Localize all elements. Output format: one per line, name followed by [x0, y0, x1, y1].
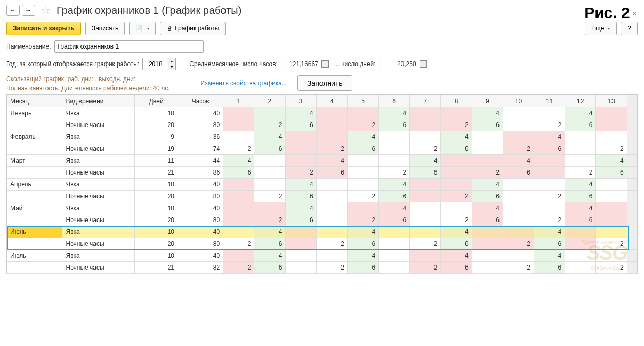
day-cell[interactable] — [472, 143, 503, 155]
day-cell[interactable] — [316, 250, 347, 262]
scrollbar[interactable] — [627, 250, 637, 262]
calc-icon[interactable] — [420, 60, 427, 68]
day-cell[interactable]: 4 — [223, 155, 254, 167]
day-cell[interactable] — [316, 107, 347, 119]
day-cell[interactable] — [596, 250, 627, 262]
time-type-cell[interactable]: Явка — [62, 226, 135, 238]
summary-cell[interactable]: 10 — [135, 107, 178, 119]
day-cell[interactable]: 2 — [534, 191, 565, 202]
day-cell[interactable]: 2 — [223, 238, 254, 250]
avg-hours-field[interactable]: 121,16667 — [281, 58, 331, 70]
day-cell[interactable] — [285, 155, 316, 167]
day-cell[interactable] — [285, 131, 316, 143]
day-cell[interactable] — [596, 202, 627, 214]
month-cell[interactable] — [7, 191, 62, 202]
day-cell[interactable]: 6 — [503, 167, 534, 179]
day-cell[interactable]: 2 — [441, 214, 472, 226]
day-cell[interactable] — [565, 226, 596, 238]
column-header[interactable]: 10 — [503, 95, 534, 107]
day-cell[interactable]: 6 — [534, 238, 565, 250]
month-cell[interactable]: Июнь — [7, 226, 62, 238]
day-cell[interactable]: 6 — [565, 119, 596, 131]
day-cell[interactable]: 2 — [472, 167, 503, 179]
calc-icon[interactable] — [321, 60, 329, 68]
time-type-cell[interactable]: Явка — [62, 155, 135, 167]
column-header[interactable]: Дней — [135, 95, 178, 107]
day-cell[interactable]: 4 — [254, 226, 285, 238]
day-cell[interactable]: 6 — [254, 143, 285, 155]
month-cell[interactable] — [7, 238, 62, 250]
column-header[interactable]: 2 — [254, 95, 285, 107]
day-cell[interactable]: 2 — [254, 214, 285, 226]
scrollbar[interactable] — [627, 262, 637, 274]
time-type-cell[interactable]: Ночные часы — [62, 167, 135, 179]
day-cell[interactable]: 2 — [534, 119, 565, 131]
column-header[interactable]: 4 — [316, 95, 347, 107]
day-cell[interactable]: 6 — [410, 167, 441, 179]
month-cell[interactable] — [7, 214, 62, 226]
day-cell[interactable] — [347, 179, 378, 191]
summary-cell[interactable]: 86 — [178, 167, 223, 179]
day-cell[interactable]: 4 — [347, 226, 378, 238]
summary-cell[interactable]: 10 — [135, 250, 178, 262]
day-cell[interactable] — [596, 226, 627, 238]
day-cell[interactable] — [565, 143, 596, 155]
day-cell[interactable]: 2 — [596, 143, 627, 155]
year-down-button[interactable]: ▼ — [168, 64, 175, 70]
scrollbar[interactable] — [627, 226, 637, 238]
day-cell[interactable] — [223, 191, 254, 202]
day-cell[interactable] — [565, 250, 596, 262]
day-cell[interactable] — [410, 250, 441, 262]
column-header[interactable]: 5 — [347, 95, 378, 107]
day-cell[interactable] — [596, 179, 627, 191]
time-type-cell[interactable]: Ночные часы — [62, 238, 135, 250]
day-cell[interactable]: 2 — [441, 191, 472, 202]
day-cell[interactable]: 4 — [565, 107, 596, 119]
day-cell[interactable]: 6 — [347, 143, 378, 155]
day-cell[interactable]: 6 — [223, 167, 254, 179]
day-cell[interactable] — [472, 250, 503, 262]
day-cell[interactable] — [316, 119, 347, 131]
day-cell[interactable] — [223, 226, 254, 238]
day-cell[interactable]: 2 — [316, 238, 347, 250]
day-cell[interactable]: 4 — [285, 179, 316, 191]
day-cell[interactable] — [534, 179, 565, 191]
month-cell[interactable] — [7, 143, 62, 155]
day-cell[interactable] — [316, 214, 347, 226]
fill-button[interactable]: Заполнить — [297, 75, 352, 91]
day-cell[interactable] — [503, 191, 534, 202]
day-cell[interactable]: 4 — [472, 179, 503, 191]
year-up-button[interactable]: ▲ — [168, 58, 175, 64]
day-cell[interactable] — [441, 155, 472, 167]
day-cell[interactable] — [534, 202, 565, 214]
day-cell[interactable] — [410, 226, 441, 238]
summary-cell[interactable]: 80 — [178, 238, 223, 250]
day-cell[interactable] — [472, 155, 503, 167]
column-header[interactable]: 9 — [472, 95, 503, 107]
time-type-cell[interactable]: Явка — [62, 131, 135, 143]
day-cell[interactable]: 2 — [503, 143, 534, 155]
summary-cell[interactable]: 40 — [178, 107, 223, 119]
favorite-icon[interactable]: ☆ — [41, 4, 51, 17]
day-cell[interactable]: 2 — [410, 143, 441, 155]
day-cell[interactable] — [316, 191, 347, 202]
day-cell[interactable]: 2 — [223, 143, 254, 155]
column-header[interactable]: 6 — [379, 95, 410, 107]
time-type-cell[interactable]: Ночные часы — [62, 119, 135, 131]
day-cell[interactable] — [534, 107, 565, 119]
day-cell[interactable] — [285, 238, 316, 250]
day-cell[interactable] — [316, 202, 347, 214]
day-cell[interactable] — [254, 107, 285, 119]
print-schedule-button[interactable]: График работы — [160, 22, 226, 35]
day-cell[interactable] — [316, 179, 347, 191]
day-cell[interactable] — [441, 202, 472, 214]
day-cell[interactable]: 4 — [472, 107, 503, 119]
column-header[interactable]: Часов — [178, 95, 223, 107]
day-cell[interactable]: 2 — [503, 262, 534, 274]
day-cell[interactable] — [410, 191, 441, 202]
day-cell[interactable] — [379, 155, 410, 167]
day-cell[interactable] — [285, 262, 316, 274]
month-cell[interactable]: Апрель — [7, 179, 62, 191]
day-cell[interactable] — [223, 179, 254, 191]
scrollbar[interactable] — [627, 107, 637, 119]
